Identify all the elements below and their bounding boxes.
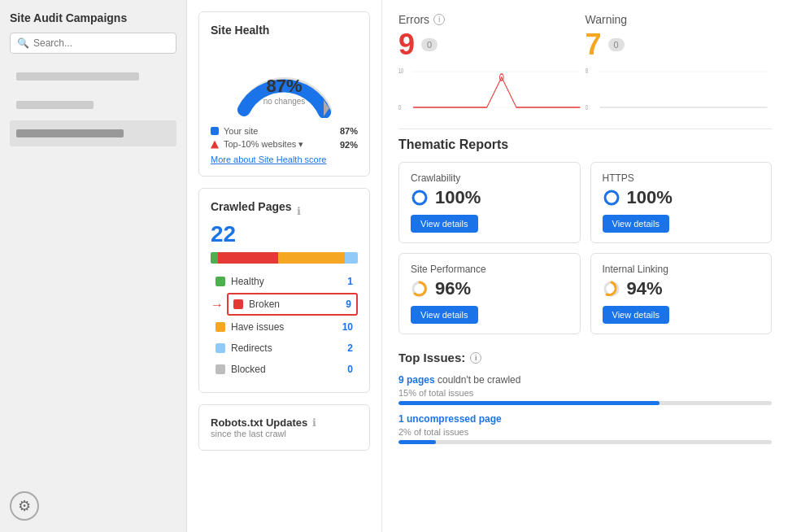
- thematic-crawlability: Crawlability 100% View details: [398, 162, 581, 243]
- https-view-details-btn[interactable]: View details: [603, 215, 670, 233]
- pages-legend: Healthy 1 → Broken 9 Have issues 10: [211, 272, 358, 379]
- errors-sparkline: 10 0: [398, 65, 586, 114]
- legend-val-site: 87%: [340, 126, 358, 136]
- pages-bar-stack: [211, 252, 358, 264]
- legend-dot-healthy: [216, 277, 225, 286]
- sidebar-item-label-blur-3: [16, 129, 124, 137]
- errors-badge: 0: [421, 38, 438, 51]
- pages-legend-broken[interactable]: Broken 9: [227, 293, 358, 316]
- thematic-internal-linking-pct: 94%: [627, 278, 663, 299]
- settings-button[interactable]: ⚙: [10, 491, 39, 521]
- issue-item-2: 1 uncompressed page 2% of total issues: [398, 413, 772, 444]
- issue-bar-fill-1: [398, 401, 660, 405]
- pages-legend-blocked[interactable]: Blocked 0: [211, 360, 358, 379]
- warnings-value-row: 7 0: [586, 28, 773, 62]
- warnings-block: Warning 7 0 8 0: [586, 13, 773, 120]
- pages-legend-healthy[interactable]: Healthy 1: [211, 272, 358, 291]
- pages-legend-redirects[interactable]: Redirects 2: [211, 338, 358, 358]
- errors-sparkline-svg: 10 0: [398, 65, 586, 114]
- issue-title-1: 9 pages couldn't be crawled: [398, 374, 772, 386]
- warnings-label-text: Warning: [586, 13, 628, 26]
- site-health-card: Site Health 87% no changes Your site 87%: [198, 11, 370, 177]
- sidebar-item-label-blur-2: [16, 101, 94, 109]
- thematic-performance-pct-row: 96%: [411, 278, 568, 299]
- thematic-internal-linking-pct-row: 94%: [603, 278, 760, 299]
- bar-redirects: [345, 252, 358, 264]
- svg-text:8: 8: [586, 67, 588, 76]
- robots-card: Robots.txt Updates ℹ since the last craw…: [198, 404, 370, 451]
- sidebar-title: Site Audit Campaigns: [10, 11, 176, 24]
- internal-linking-circle-icon: [603, 280, 620, 298]
- svg-text:0: 0: [398, 103, 401, 112]
- issue-link-2[interactable]: 1 uncompressed page: [398, 413, 502, 425]
- top-issues-info-icon[interactable]: i: [470, 352, 481, 364]
- issue-title-2: 1 uncompressed page: [398, 413, 772, 425]
- thematic-https: HTTPS 100% View details: [590, 162, 773, 243]
- legend-label-issues: Have issues: [231, 321, 342, 333]
- performance-circle-icon: [411, 280, 429, 298]
- legend-label-top10: Top-10% websites ▾: [224, 139, 340, 150]
- warnings-badge: 0: [608, 38, 625, 51]
- issue-bar-2: [398, 440, 772, 444]
- thematic-reports-grid: Crawlability 100% View details HTTPS 100…: [398, 162, 772, 334]
- robots-title: Robots.txt Updates: [211, 416, 307, 429]
- internal-linking-view-details-btn[interactable]: View details: [603, 306, 670, 324]
- performance-view-details-btn[interactable]: View details: [411, 306, 478, 324]
- legend-dot-site: [211, 127, 219, 135]
- legend-val-redirects: 2: [347, 342, 353, 354]
- thematic-crawlability-pct-row: 100%: [411, 187, 568, 208]
- top-issues-label: Top Issues:: [398, 351, 465, 364]
- search-input[interactable]: [33, 37, 169, 49]
- issue-item-1: 9 pages couldn't be crawled 15% of total…: [398, 374, 772, 405]
- https-circle-icon: [603, 189, 620, 207]
- donut-center: 87% no changes: [263, 75, 306, 105]
- sidebar-bottom: ⚙: [10, 491, 176, 521]
- metrics-row: Errors i 9 0 10 0: [398, 13, 772, 120]
- crawlability-circle-icon: [411, 189, 429, 207]
- robots-subtitle: since the last crawl: [211, 429, 358, 438]
- legend-label-site: Your site: [224, 126, 340, 136]
- pages-legend-issues[interactable]: Have issues 10: [211, 317, 358, 337]
- warnings-sparkline: 8 0: [586, 65, 773, 114]
- legend-val-top10: 92%: [340, 140, 358, 150]
- site-health-title: Site Health: [211, 24, 358, 37]
- sidebar-item-1[interactable]: [10, 63, 176, 89]
- legend-val-issues: 10: [342, 321, 353, 333]
- thematic-performance: Site Performance 96% View details: [398, 253, 581, 334]
- crawled-pages-header: Crawled Pages ℹ: [211, 200, 358, 221]
- search-box[interactable]: 🔍: [10, 33, 176, 54]
- svg-text:0: 0: [586, 103, 588, 112]
- legend-label-blocked: Blocked: [231, 364, 347, 375]
- svg-point-10: [413, 191, 426, 204]
- errors-block: Errors i 9 0 10 0: [398, 13, 586, 120]
- crawled-pages-card: Crawled Pages ℹ 22 Healthy 1 → Broken: [198, 188, 370, 393]
- sidebar-item-label-blur-1: [16, 72, 139, 81]
- top-issues-section: Top Issues: i: [398, 351, 772, 364]
- errors-info-icon[interactable]: i: [433, 14, 445, 25]
- issue-link-1[interactable]: 9 pages: [398, 374, 435, 386]
- issue-suffix-1: couldn't be crawled: [435, 374, 521, 386]
- legend-val-broken: 9: [346, 299, 351, 310]
- legend-dot-issues: [216, 322, 225, 332]
- legend-dot-redirects: [216, 343, 225, 353]
- thematic-performance-pct: 96%: [435, 278, 471, 299]
- thematic-https-title: HTTPS: [603, 172, 760, 184]
- bar-issues: [278, 252, 344, 264]
- legend-row-top10: Top-10% websites ▾ 92%: [211, 139, 358, 150]
- issue-bar-1: [398, 401, 772, 405]
- site-health-legend: Your site 87% Top-10% websites ▾ 92%: [211, 126, 358, 150]
- more-about-link[interactable]: More about Site Health score: [211, 155, 358, 164]
- svg-point-11: [605, 191, 618, 204]
- donut-percentage: 87%: [263, 75, 306, 96]
- legend-label-redirects: Redirects: [231, 342, 347, 354]
- legend-dot-broken: [233, 299, 243, 309]
- robots-header: Robots.txt Updates ℹ: [211, 416, 358, 429]
- crawlability-view-details-btn[interactable]: View details: [411, 215, 478, 233]
- donut-subtitle: no changes: [263, 96, 306, 105]
- sidebar-item-3[interactable]: [10, 120, 176, 146]
- thematic-crawlability-title: Crawlability: [411, 172, 568, 184]
- errors-label-text: Errors: [398, 13, 429, 26]
- legend-val-healthy: 1: [347, 276, 353, 287]
- sidebar-item-2[interactable]: [10, 92, 176, 118]
- errors-label: Errors i: [398, 13, 586, 26]
